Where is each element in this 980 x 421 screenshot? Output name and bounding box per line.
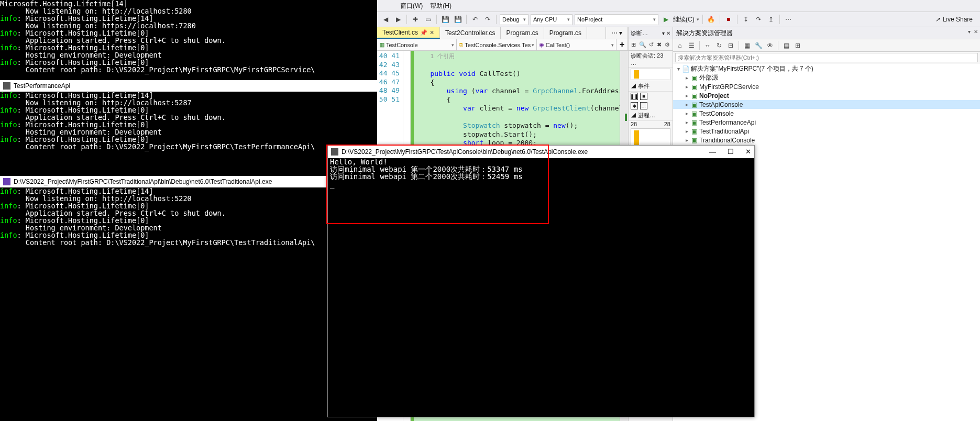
csproj-icon: ▣ bbox=[690, 101, 698, 108]
console3-title: D:\VS2022_Project\MyFirstGRPC\TestTradit… bbox=[14, 178, 272, 185]
console3-titlebar[interactable]: D:\VS2022_Project\MyFirstGRPC\TestTradit… bbox=[0, 176, 377, 187]
console-testtraditionalapi: D:\VS2022_Project\MyFirstGRPC\TestTradit… bbox=[0, 176, 377, 333]
console2-title: TestPerformanceApi bbox=[14, 82, 70, 90]
app-icon bbox=[3, 82, 10, 90]
close-icon[interactable]: ✕ bbox=[430, 29, 434, 36]
document-tabs: TestClient.cs📌✕Test2Controller.csProgram… bbox=[377, 27, 628, 39]
se-collapse-icon[interactable]: ⊟ bbox=[726, 41, 735, 50]
se-switch-view-icon[interactable]: ☰ bbox=[687, 41, 696, 50]
diag-playback: ❚❚ ■ bbox=[629, 92, 673, 101]
nav-back-icon[interactable]: ◀ bbox=[380, 14, 391, 25]
live-share-button[interactable]: ↗ Live Share bbox=[931, 16, 977, 23]
new-item-icon[interactable]: ✚ bbox=[410, 14, 421, 25]
se-properties-icon[interactable]: 🔧 bbox=[754, 41, 763, 50]
diag-memory-values: 2828 bbox=[629, 121, 673, 127]
project-node[interactable]: ▸▣TestTraditionalApi bbox=[673, 127, 980, 136]
diag-process[interactable]: ◢ 进程… bbox=[629, 110, 673, 121]
float-console-titlebar[interactable]: D:\VS2022_Project\MyFirstGRPC\TestApiCon… bbox=[328, 146, 754, 158]
hot-reload-icon[interactable]: 🔥 bbox=[706, 14, 717, 25]
diag-settings-icon[interactable]: ⚙ bbox=[665, 40, 671, 50]
diagnostics-tab[interactable]: 诊断…▾ ✕ bbox=[629, 27, 673, 39]
diag-pause-icon[interactable]: ❚❚ bbox=[631, 93, 638, 100]
config-combo[interactable]: Debug▾ bbox=[500, 14, 528, 25]
diag-more-icon[interactable]: … bbox=[640, 102, 647, 109]
vs-toolbar: ◀ ▶ ✚ ▭ 💾 💾 ↶ ↷ Debug▾ Any CPU▾ NoProjec… bbox=[377, 12, 980, 27]
solution-explorer-search bbox=[673, 52, 980, 63]
float-console-output: Hello, World! 访问minimal webapi 第一个2000次共… bbox=[330, 158, 752, 187]
se-group-icon[interactable]: ⊞ bbox=[793, 41, 802, 50]
maximize-icon[interactable]: ☐ bbox=[728, 148, 734, 156]
diag-events[interactable]: ◢ 事件 bbox=[629, 81, 673, 92]
menu-help[interactable]: 帮助(H) bbox=[428, 1, 454, 12]
se-sync-icon[interactable]: ↔ bbox=[703, 41, 712, 50]
nav-scope[interactable]: ⧉TestConsole.Services.Tes▾ bbox=[457, 39, 536, 50]
project-node[interactable]: ▸▣TestConsole bbox=[673, 109, 980, 118]
csproj-icon: ▣ bbox=[690, 137, 698, 144]
csproj-icon: ▣ bbox=[690, 110, 698, 117]
csproj-icon: ▣ bbox=[690, 74, 698, 82]
project-node[interactable]: ▸▣TestPerformanceApi bbox=[673, 118, 980, 127]
diag-stop-icon[interactable]: ■ bbox=[640, 93, 647, 100]
se-search-input[interactable] bbox=[675, 53, 978, 62]
step-out-icon[interactable]: ↥ bbox=[766, 14, 776, 25]
se-refresh-icon[interactable]: ↻ bbox=[714, 41, 724, 50]
continue-label[interactable]: 继续(C) bbox=[673, 15, 695, 24]
platform-combo[interactable]: Any CPU▾ bbox=[531, 14, 572, 25]
console2-titlebar[interactable]: TestPerformanceApi bbox=[0, 80, 377, 92]
console-testperformanceapi: TestPerformanceApi info: Microsoft.Hosti… bbox=[0, 80, 377, 169]
panel-dropdown-icon[interactable]: ▾ bbox=[968, 29, 971, 35]
project-node[interactable]: ▸▣NoProject bbox=[673, 91, 980, 100]
diag-zoom-icon[interactable]: 🔍 bbox=[639, 40, 646, 50]
save-icon[interactable]: 💾 bbox=[440, 14, 450, 25]
project-node[interactable]: ▸▣TranditionalConsole bbox=[673, 136, 980, 145]
se-showall-icon[interactable]: ▦ bbox=[742, 41, 752, 50]
toolbar-more-icon[interactable]: ⋯ bbox=[783, 14, 794, 25]
open-icon[interactable]: ▭ bbox=[423, 14, 433, 25]
diag-toolbar: ⊞ 🔍 ↺ ✖ ⚙ bbox=[629, 39, 673, 51]
continue-button[interactable]: ▶ bbox=[660, 14, 671, 25]
save-all-icon[interactable]: 💾 bbox=[453, 14, 463, 25]
pin-icon[interactable]: 📌 bbox=[420, 29, 427, 36]
undo-icon[interactable]: ↶ bbox=[470, 14, 480, 25]
se-filter-icon[interactable]: ▤ bbox=[781, 41, 791, 50]
menu-window[interactable]: 窗口(W) bbox=[398, 1, 425, 12]
se-preview-icon[interactable]: 👁 bbox=[765, 41, 775, 50]
doc-tab[interactable]: Test2Controller.cs bbox=[440, 27, 501, 39]
vs-menubar: 窗口(W) 帮助(H) bbox=[377, 0, 980, 12]
diag-step-icon[interactable]: ◆ bbox=[631, 102, 638, 109]
float-console-body[interactable]: Hello, World! 访问minimal webapi 第一个2000次共… bbox=[328, 158, 754, 187]
project-node[interactable]: ▸▣MyFirstGRPCService bbox=[673, 82, 980, 91]
stop-debug-icon[interactable]: ■ bbox=[723, 14, 734, 25]
project-node[interactable]: ▸▣外部源 bbox=[673, 73, 980, 82]
diag-select-icon[interactable]: ⊞ bbox=[631, 40, 637, 50]
project-node[interactable]: ▸▣TestApiConsole bbox=[673, 100, 980, 109]
diag-session: 诊断会话: 23 … bbox=[629, 51, 673, 68]
doc-tab[interactable]: TestClient.cs📌✕ bbox=[377, 27, 440, 39]
diag-clear-icon[interactable]: ✖ bbox=[656, 40, 663, 50]
minimize-icon[interactable]: — bbox=[709, 148, 716, 156]
redo-icon[interactable]: ↷ bbox=[482, 14, 493, 25]
doc-tab[interactable]: Program.cs bbox=[501, 27, 544, 39]
step-into-icon[interactable]: ↧ bbox=[741, 14, 751, 25]
panel-close-icon[interactable]: ✕ bbox=[974, 29, 978, 35]
app-icon bbox=[3, 178, 10, 185]
solution-explorer-title[interactable]: 解决方案资源管理器 ▾✕ bbox=[673, 27, 980, 39]
doc-tab[interactable]: Program.cs bbox=[544, 27, 587, 39]
nav-fwd-icon[interactable]: ▶ bbox=[393, 14, 403, 25]
tabs-overflow-icon[interactable]: ⋯ ▾ bbox=[605, 27, 628, 39]
float-console-title: D:\VS2022_Project\MyFirstGRPC\TestApiCon… bbox=[342, 148, 588, 156]
startup-project-combo[interactable]: NoProject▾ bbox=[575, 14, 658, 25]
diag-timeline[interactable] bbox=[631, 69, 670, 80]
app-icon bbox=[331, 148, 338, 156]
close-icon[interactable]: ✕ bbox=[745, 148, 751, 156]
nav-member[interactable]: ◉CallTest()▾ bbox=[537, 39, 616, 50]
csproj-icon: ▣ bbox=[690, 83, 698, 91]
csproj-icon: ▣ bbox=[690, 128, 698, 135]
solution-root[interactable]: ▾📄解决方案"MyFirstGRPC"(7 个项目，共 7 个) bbox=[673, 64, 980, 73]
se-home-icon[interactable]: ⌂ bbox=[675, 41, 685, 50]
nav-project[interactable]: ▦TestConsole▾ bbox=[377, 39, 457, 50]
nav-bars: ▦TestConsole▾ ⧉TestConsole.Services.Tes▾… bbox=[377, 39, 628, 51]
step-over-icon[interactable]: ↷ bbox=[753, 14, 764, 25]
nav-split-icon[interactable]: ✚ bbox=[616, 39, 628, 50]
diag-reset-icon[interactable]: ↺ bbox=[648, 40, 655, 50]
